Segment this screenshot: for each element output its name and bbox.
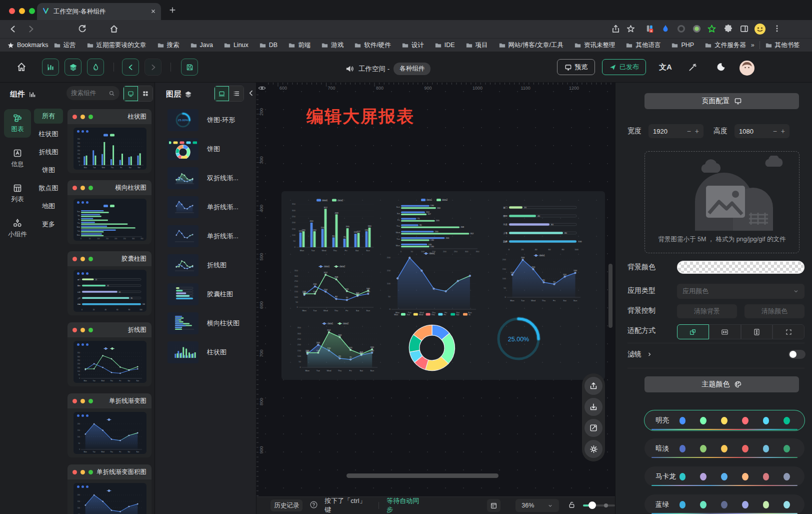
back-icon[interactable] bbox=[8, 24, 18, 34]
bookmark-folder[interactable]: Linux bbox=[224, 42, 248, 49]
filter-panel-toggle-button[interactable] bbox=[87, 59, 104, 76]
bookmarks-overflow[interactable]: » bbox=[751, 42, 754, 49]
extension-star-icon[interactable] bbox=[707, 24, 717, 34]
category-item[interactable]: 地图 bbox=[34, 199, 63, 214]
theme-row-3[interactable]: 蓝绿 bbox=[644, 494, 804, 514]
canvas-viewport[interactable]: 6007008009001000110012001300 20030040050… bbox=[256, 83, 615, 514]
bookmark-folder[interactable]: IDE bbox=[434, 42, 455, 49]
bookmark-folder[interactable]: 软件/硬件 bbox=[354, 41, 390, 50]
history-button[interactable]: 历史记录 bbox=[270, 499, 302, 511]
bookmark-folder[interactable]: 其他语言 bbox=[626, 41, 660, 50]
page-config-header[interactable]: 页面配置 bbox=[644, 93, 799, 109]
forward-icon[interactable] bbox=[26, 24, 36, 34]
layer-item[interactable]: 25.00%饼图-环形 bbox=[168, 109, 256, 131]
clear-color-button[interactable]: 清除颜色 bbox=[744, 304, 804, 318]
bookmarks-root[interactable]: Bookmarks bbox=[7, 42, 48, 49]
component-card[interactable]: 柱状图050100150200250300350MonTueWedThuFriS… bbox=[68, 109, 152, 173]
zoom-select[interactable]: 36% bbox=[516, 499, 558, 512]
lock-icon[interactable] bbox=[568, 500, 576, 511]
app-home-icon[interactable] bbox=[16, 62, 27, 75]
canvas-chart[interactable]: Sun130160Sat110117Fri70155Thu80268Wed150… bbox=[392, 197, 480, 253]
window-controls[interactable] bbox=[9, 7, 39, 16]
home-icon[interactable] bbox=[109, 24, 119, 34]
layer-item[interactable]: 单折线渐... bbox=[168, 225, 256, 247]
magic-wand-icon[interactable] bbox=[688, 63, 698, 74]
bookmark-folder[interactable]: DB bbox=[259, 42, 278, 49]
bookmark-folder[interactable]: PHP bbox=[671, 42, 694, 49]
canvas-chart[interactable]: 25.00% bbox=[496, 315, 542, 362]
help-icon[interactable] bbox=[310, 500, 318, 511]
collapse-layers-icon[interactable] bbox=[247, 89, 255, 99]
browser-menu-icon[interactable] bbox=[772, 24, 782, 34]
sidebar-tab-list[interactable]: 列表 bbox=[4, 179, 31, 208]
extension-circle-green-icon[interactable] bbox=[692, 24, 702, 34]
preview-button[interactable]: 预览 bbox=[557, 59, 595, 75]
new-tab-icon[interactable] bbox=[169, 7, 176, 16]
category-item[interactable]: 折线图 bbox=[34, 145, 63, 160]
settings-gear-button[interactable] bbox=[584, 440, 602, 458]
filter-label-row[interactable]: 滤镜 bbox=[628, 350, 652, 359]
canvas-chart[interactable]: 050100150200MonTueWedThuFriSatSundata1 bbox=[384, 250, 479, 314]
height-plus-button[interactable]: + bbox=[781, 127, 785, 135]
category-item[interactable]: 散点图 bbox=[34, 181, 63, 196]
layer-item[interactable]: 饼图 bbox=[168, 138, 256, 160]
bookmark-folder[interactable]: 近期需要读的文章 bbox=[86, 41, 146, 50]
filter-toggle[interactable] bbox=[788, 350, 806, 359]
canvas-chart[interactable]: 0501001502001202001508070110130MonTueWed… bbox=[500, 252, 584, 302]
minimize-window-icon[interactable] bbox=[19, 8, 25, 14]
zoom-slider[interactable] bbox=[583, 504, 615, 506]
theme-row-0[interactable]: 明亮 bbox=[644, 410, 804, 430]
workspace-name-badge[interactable]: 各种组件 bbox=[394, 63, 430, 75]
component-card[interactable]: 单折线渐变图050100150200MonTueWedThuFriSatSun bbox=[68, 393, 152, 457]
app-type-select[interactable]: 应用颜色 bbox=[677, 284, 804, 299]
horizontal-scrollbar[interactable] bbox=[346, 473, 498, 478]
maximize-window-icon[interactable] bbox=[29, 8, 35, 14]
width-stepper[interactable]: 1920−+ bbox=[648, 124, 704, 138]
layer-item[interactable]: 折线图 bbox=[168, 254, 256, 276]
extension-pin-icon[interactable]: g bbox=[645, 24, 655, 34]
other-bookmarks[interactable]: 其他书签 bbox=[765, 41, 800, 50]
big-screen-title-text[interactable]: 编辑大屏报表 bbox=[306, 105, 414, 128]
profile-avatar[interactable] bbox=[754, 23, 764, 33]
design-screen[interactable]: 0501001502002503003501202001508070110130… bbox=[282, 191, 605, 380]
canvas-chart[interactable]: 0501001502002503003501202001508070110130… bbox=[292, 263, 376, 312]
width-plus-button[interactable]: + bbox=[695, 127, 699, 135]
chart-panel-toggle-button[interactable] bbox=[42, 59, 59, 76]
side-panel-icon[interactable] bbox=[740, 24, 750, 34]
category-item[interactable]: 更多 bbox=[34, 217, 63, 232]
grid-view-toggle[interactable] bbox=[138, 86, 152, 101]
fit-height-button[interactable] bbox=[741, 324, 773, 339]
canvas-chart[interactable]: 0501001502002503003501202001508070110130… bbox=[289, 197, 375, 252]
bookmark-folder[interactable]: 游戏 bbox=[321, 41, 344, 50]
layer-item[interactable]: 横向柱状图 bbox=[168, 312, 256, 334]
bookmark-folder[interactable]: 运营 bbox=[54, 41, 76, 50]
bookmark-folder[interactable]: 前端 bbox=[288, 41, 310, 50]
import-button[interactable] bbox=[584, 398, 602, 416]
background-upload-dropzone[interactable]: 背景图需小于 5M ， 格式为 png/jpg/gif 的文件 bbox=[644, 151, 800, 253]
bookmark-folder[interactable]: 设计 bbox=[402, 41, 424, 50]
bookmark-folder[interactable]: 项目 bbox=[466, 41, 488, 50]
category-item[interactable]: 柱状图 bbox=[34, 127, 63, 142]
save-button[interactable] bbox=[181, 59, 198, 76]
theme-color-header[interactable]: 主题颜色 bbox=[644, 376, 799, 392]
bookmark-folder[interactable]: 文件服务器 bbox=[704, 41, 746, 50]
export-button[interactable] bbox=[584, 377, 602, 395]
component-card[interactable]: 横向柱状图SunSatFriThuWedTueMon05010015020025… bbox=[68, 180, 152, 244]
category-item[interactable]: 所有 bbox=[34, 109, 63, 124]
edit-button[interactable] bbox=[584, 419, 602, 437]
category-item[interactable]: 饼图 bbox=[34, 163, 63, 178]
sidebar-tab-charts[interactable]: 图表 bbox=[4, 109, 31, 138]
bg-color-swatch[interactable] bbox=[677, 261, 804, 274]
bookmark-star-icon[interactable] bbox=[626, 24, 636, 34]
theme-row-2[interactable]: 马卡龙 bbox=[644, 466, 804, 486]
fit-width-button[interactable] bbox=[709, 324, 741, 339]
vertical-scrollbar[interactable] bbox=[608, 264, 612, 328]
reload-icon[interactable] bbox=[78, 24, 88, 34]
single-view-toggle[interactable] bbox=[124, 86, 138, 101]
layer-item[interactable]: 单折线渐... bbox=[168, 196, 256, 218]
canvas-chart[interactable]: 0501001502002503003501202001508070110130… bbox=[294, 320, 380, 372]
browser-tab[interactable]: 工作空间-各种组件 bbox=[37, 3, 161, 20]
canvas-chart[interactable]: MonTueWedThuFriSatSun bbox=[394, 311, 470, 378]
extensions-puzzle-icon[interactable] bbox=[724, 24, 734, 34]
layer-item[interactable]: 柱状图 bbox=[168, 341, 256, 363]
